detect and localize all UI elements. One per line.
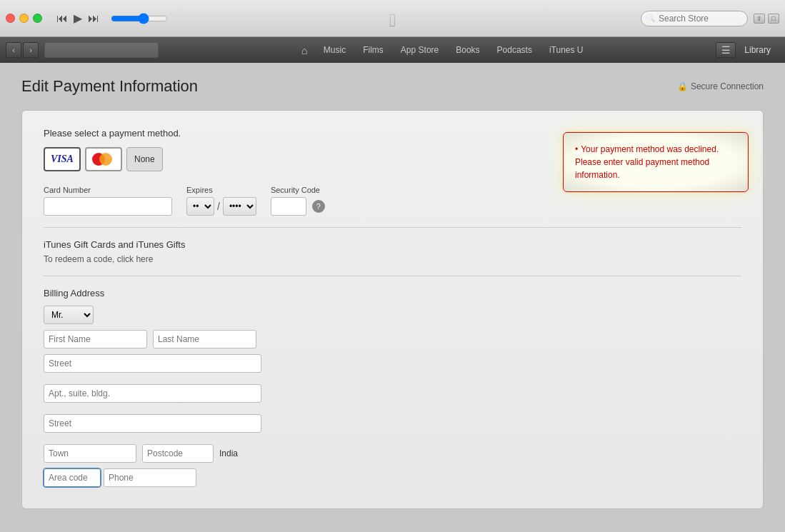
error-bullet: • <box>575 144 578 154</box>
area-code-input[interactable] <box>44 468 101 487</box>
apt-input[interactable] <box>44 384 261 403</box>
visa-logo: VISA <box>51 154 74 165</box>
nav-item-podcasts[interactable]: Podcasts <box>489 37 541 63</box>
search-wrapper: 🔍 <box>641 11 748 26</box>
card-number-input[interactable] <box>44 197 172 216</box>
phone-row <box>44 468 741 487</box>
expires-month-select[interactable]: •• <box>186 197 214 216</box>
secure-connection: 🔒 Secure Connection <box>677 81 764 91</box>
window-buttons: ⇧ □ <box>754 14 779 24</box>
nav-menu-button[interactable]: ☰ <box>716 42 736 58</box>
none-button[interactable]: None <box>126 147 163 171</box>
forward-button[interactable]: › <box>23 42 39 58</box>
page-header: Edit Payment Information 🔒 Secure Connec… <box>21 77 764 96</box>
apple-logo:  <box>389 9 396 31</box>
fast-forward-button[interactable]: ⏭ <box>88 12 99 25</box>
expires-year-select[interactable]: •••• <box>223 197 256 216</box>
page-title: Edit Payment Information <box>21 77 198 96</box>
home-nav-item[interactable]: ⌂ <box>294 44 315 56</box>
rewind-button[interactable]: ⏮ <box>56 12 68 25</box>
nav-arrows: ‹ › <box>6 42 39 58</box>
card-number-label: Card Number <box>44 186 172 194</box>
mastercard-logo <box>92 152 115 166</box>
security-code-label: Security Code <box>271 186 325 194</box>
expires-group: Expires •• / •••• <box>186 186 256 216</box>
lock-icon: 🔒 <box>677 81 688 91</box>
player-controls: ⏮ ▶ ⏭ <box>56 11 168 25</box>
mastercard-button[interactable] <box>85 147 122 171</box>
navbar: ‹ › ⌂ Music Films App Store Books Podcas… <box>0 37 785 63</box>
name-row <box>44 330 741 348</box>
expires-row: •• / •••• <box>186 197 256 216</box>
street2-input[interactable] <box>44 414 261 433</box>
nav-item-appstore[interactable]: App Store <box>392 37 447 63</box>
mc-circle-right <box>99 153 112 166</box>
postcode-input[interactable] <box>142 444 214 463</box>
error-message: •Your payment method was declined. Pleas… <box>575 143 736 181</box>
country-label: India <box>219 448 238 458</box>
nav-item-library[interactable]: Library <box>736 45 779 55</box>
salutation-select[interactable]: Mr. <box>44 306 94 324</box>
divider-1 <box>44 227 741 228</box>
restore-button[interactable]: ⇧ <box>754 14 765 24</box>
nav-item-films[interactable]: Films <box>354 37 392 63</box>
volume-slider[interactable] <box>111 13 168 24</box>
error-box: •Your payment method was declined. Pleas… <box>563 132 749 192</box>
billing-title: Billing Address <box>44 288 741 298</box>
play-button[interactable]: ▶ <box>74 11 82 25</box>
fullscreen-button[interactable]: □ <box>768 14 779 24</box>
maximize-button[interactable] <box>33 14 42 23</box>
search-input[interactable] <box>641 11 748 26</box>
form-card: •Your payment method was declined. Pleas… <box>21 110 764 509</box>
gift-section-title: iTunes Gift Cards and iTunes Gifts <box>44 239 741 250</box>
street1-input[interactable] <box>44 354 261 373</box>
security-code-input[interactable] <box>271 197 306 216</box>
minimize-button[interactable] <box>19 14 29 23</box>
titlebar: ⏮ ▶ ⏭  🔍 ⇧ □ <box>0 0 785 37</box>
security-code-group: Security Code ? <box>271 186 325 216</box>
last-name-input[interactable] <box>153 330 256 348</box>
expires-separator: / <box>217 201 220 212</box>
divider-2 <box>44 276 741 276</box>
search-container: 🔍 ⇧ □ <box>641 11 779 26</box>
secure-connection-label: Secure Connection <box>691 81 764 91</box>
address-bar[interactable] <box>44 42 159 58</box>
nav-item-books[interactable]: Books <box>447 37 488 63</box>
close-button[interactable] <box>6 14 15 23</box>
town-row: India <box>44 444 741 463</box>
back-button[interactable]: ‹ <box>6 42 21 58</box>
town-input[interactable] <box>44 444 136 463</box>
card-number-group: Card Number <box>44 186 172 216</box>
nav-item-itunesu[interactable]: iTunes U <box>541 37 592 63</box>
nav-item-music[interactable]: Music <box>315 37 354 63</box>
visa-button[interactable]: VISA <box>44 147 81 171</box>
phone-input[interactable] <box>104 468 196 487</box>
nav-items: ⌂ Music Films App Store Books Podcasts i… <box>170 37 716 63</box>
first-name-input[interactable] <box>44 330 147 348</box>
content-area: Edit Payment Information 🔒 Secure Connec… <box>0 63 785 532</box>
expires-label: Expires <box>186 186 256 194</box>
gift-link[interactable]: To redeem a code, click here <box>44 254 741 264</box>
traffic-lights <box>6 14 42 23</box>
security-help-button[interactable]: ? <box>312 200 325 213</box>
